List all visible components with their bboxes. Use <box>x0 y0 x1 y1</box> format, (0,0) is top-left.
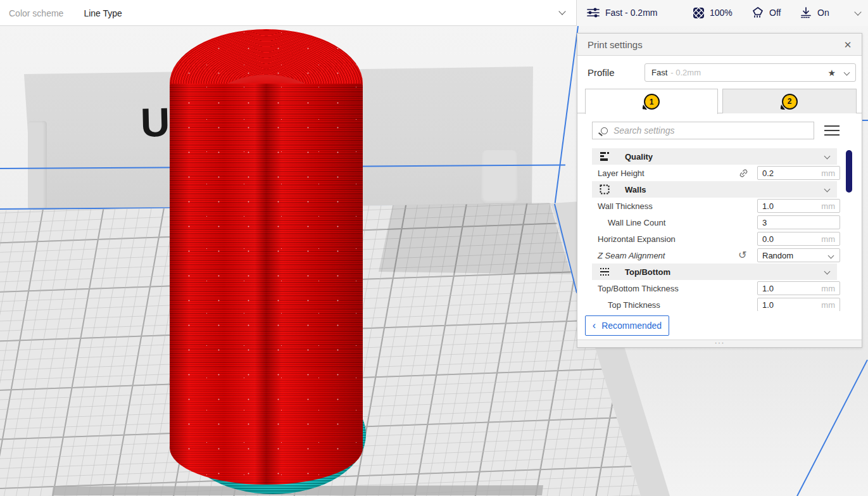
back-chevron-icon: ‹ <box>593 321 596 330</box>
model-speckles <box>170 84 363 485</box>
profile-value: Fast <box>651 68 667 77</box>
section-walls[interactable]: Walls <box>592 181 837 198</box>
search-box[interactable] <box>592 122 814 139</box>
print-settings-panel: Print settings ✕ Profile Fast - 0.2mm ★ … <box>577 33 862 348</box>
sliders-icon <box>586 6 600 19</box>
section-walls-chevron-icon <box>824 186 831 193</box>
recommended-label: Recommended <box>601 321 662 331</box>
section-walls-label: Walls <box>625 185 646 194</box>
profile-row: Profile Fast - 0.2mm ★ <box>577 56 862 89</box>
quality-icon <box>600 151 610 162</box>
tab-extruder-2[interactable]: 2 <box>722 89 857 113</box>
unit-label: mm <box>821 234 835 244</box>
horizontal-expansion-input[interactable] <box>762 234 813 244</box>
color-scheme-value[interactable]: Line Type <box>84 8 122 18</box>
setting-label: Z Seam Alignment <box>598 251 665 260</box>
section-quality[interactable]: Quality <box>592 148 837 165</box>
setting-row-wall-line-count: Wall Line Count <box>577 214 862 231</box>
star-icon[interactable]: ★ <box>827 68 836 78</box>
setting-input-wall-thickness[interactable]: mm <box>757 199 840 213</box>
settings-list[interactable]: Quality Layer Height mm Walls <box>577 148 862 311</box>
setting-input-layer-height[interactable]: mm <box>757 166 840 180</box>
search-row <box>577 122 862 139</box>
setting-label: Layer Height <box>598 169 645 178</box>
toolbar-infill-item[interactable]: 100% <box>693 0 733 25</box>
wall-line-count-input[interactable] <box>762 218 813 227</box>
panel-header[interactable]: Print settings ✕ <box>577 34 862 56</box>
panel-title: Print settings <box>588 39 643 50</box>
search-icon <box>601 127 608 134</box>
print-settings-toolbar[interactable]: Fast - 0.2mm 100% Off <box>576 0 868 26</box>
profile-suffix: - 0.2mm <box>670 68 701 77</box>
toolbar-adhesion-label: On <box>817 8 829 18</box>
section-top-bottom[interactable]: Top/Bottom <box>592 264 837 280</box>
buildvolume-line-front-right <box>796 360 867 496</box>
profile-chevron-down-icon <box>844 70 850 76</box>
toolbar-support-label: Off <box>769 8 781 18</box>
buildplate-clip-right <box>481 150 518 205</box>
support-icon <box>752 6 764 19</box>
unit-label: mm <box>821 300 835 310</box>
settings-menu-icon[interactable] <box>824 124 840 137</box>
setting-row-wall-thickness: Wall Thickness mm <box>577 198 862 214</box>
panel-resize-handle[interactable]: ··· <box>577 340 862 347</box>
setting-row-z-seam-alignment: Z Seam Alignment ↺ Random <box>577 247 862 264</box>
setting-input-horizontal-expansion[interactable]: mm <box>757 232 840 246</box>
color-scheme-chevron-down-icon[interactable] <box>558 8 565 15</box>
setting-label: Horizontal Expansion <box>598 234 676 244</box>
setting-dropdown-z-seam[interactable]: Random <box>757 248 840 262</box>
setting-input-top-thickness[interactable]: mm <box>757 298 840 311</box>
recommended-button[interactable]: ‹ Recommended <box>585 315 669 336</box>
toolbar-adhesion-item[interactable]: On <box>800 0 829 25</box>
profile-dropdown[interactable]: Fast - 0.2mm ★ <box>645 63 856 82</box>
cura-window: Ultimaker3 Color scheme Line Type <box>0 0 868 496</box>
buildvolume-line-segment <box>862 120 868 121</box>
layer-height-input[interactable] <box>762 169 813 178</box>
setting-label: Wall Line Count <box>608 218 665 227</box>
setting-row-top-thickness: Top Thickness mm <box>577 296 862 311</box>
section-top-bottom-chevron-icon <box>824 269 831 275</box>
toolbar-chevron-down-icon[interactable] <box>854 8 861 15</box>
top-bottom-thickness-input[interactable] <box>762 284 813 293</box>
buildplate-clip-left <box>28 121 47 210</box>
extruder-1-icon: 1 <box>644 94 660 110</box>
link-icon <box>738 168 749 179</box>
color-scheme-group: Color scheme Line Type <box>9 0 122 26</box>
z-seam-value: Random <box>762 251 793 260</box>
unit-label: mm <box>821 169 835 178</box>
setting-input-wall-line-count[interactable] <box>757 215 840 229</box>
scrollbar-thumb[interactable] <box>846 150 852 193</box>
color-scheme-label: Color scheme <box>9 8 63 18</box>
settings-scrollbar[interactable] <box>846 148 852 311</box>
top-bar: Color scheme Line Type Fast - 0.2mm 1 <box>0 0 868 26</box>
reset-icon[interactable]: ↺ <box>738 250 749 261</box>
top-thickness-input[interactable] <box>762 300 813 310</box>
setting-label: Top Thickness <box>608 300 660 310</box>
setting-label: Top/Bottom Thickness <box>598 284 679 293</box>
extruder-2-icon: 2 <box>782 94 798 110</box>
section-top-bottom-label: Top/Bottom <box>625 267 670 277</box>
profile-label: Profile <box>588 67 615 78</box>
section-quality-chevron-icon <box>824 153 831 160</box>
toolbar-infill-label: 100% <box>710 8 733 18</box>
unit-label: mm <box>821 284 835 293</box>
toolbar-profile-label: Fast - 0.2mm <box>605 8 657 18</box>
search-input[interactable] <box>613 125 814 136</box>
toolbar-support-item[interactable]: Off <box>752 0 781 25</box>
extruder-tabs: 1 2 <box>577 89 862 113</box>
walls-icon <box>600 184 610 194</box>
setting-label: Wall Thickness <box>598 201 653 211</box>
sliced-model-cylinder[interactable] <box>170 29 363 481</box>
toolbar-profile-item[interactable]: Fast - 0.2mm <box>586 0 657 25</box>
tab-extruder-1[interactable]: 1 <box>585 89 718 114</box>
top-bottom-icon <box>600 267 610 276</box>
section-quality-label: Quality <box>625 152 653 162</box>
infill-icon <box>693 7 705 19</box>
wall-thickness-input[interactable] <box>762 201 813 211</box>
setting-row-layer-height: Layer Height mm <box>577 165 862 181</box>
close-icon[interactable]: ✕ <box>841 39 854 51</box>
buildvolume-line-right-vertical <box>555 26 579 203</box>
setting-input-top-bottom-thickness[interactable]: mm <box>757 281 840 295</box>
model-outer-wall <box>170 84 363 485</box>
setting-row-horizontal-expansion: Horizontal Expansion mm <box>577 231 862 247</box>
